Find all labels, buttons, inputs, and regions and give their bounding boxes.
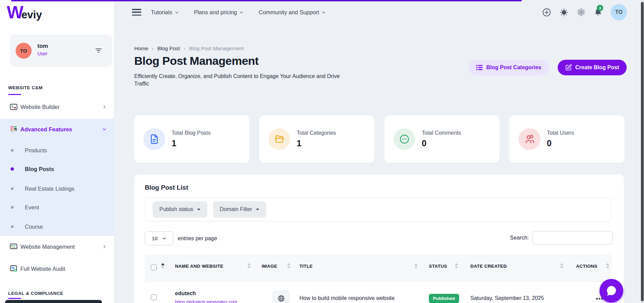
chat-widget-button[interactable] bbox=[599, 279, 623, 303]
weviy-logo[interactable]: W eviy bbox=[7, 2, 42, 22]
bullet-icon bbox=[11, 206, 14, 209]
sort-icons-select[interactable] bbox=[161, 263, 164, 269]
filter-bar: Publish status Domain Filter bbox=[145, 197, 612, 222]
breadcrumb-blog-post[interactable]: Blog Post bbox=[157, 45, 180, 52]
sidebar-subitem-course[interactable]: Course bbox=[0, 221, 115, 233]
nav-tutorials[interactable]: Tutorials bbox=[151, 9, 179, 16]
create-blog-post-button[interactable]: Create Blog Post bbox=[558, 60, 627, 75]
per-page-select[interactable]: 10 bbox=[145, 231, 173, 245]
hamburger-menu-icon[interactable] bbox=[132, 9, 141, 16]
sort-icons[interactable] bbox=[560, 263, 563, 269]
column-image[interactable]: IMAGE bbox=[262, 264, 277, 269]
notifications-bell-icon[interactable]: 3 bbox=[594, 8, 603, 17]
sidebar-item-website-builder[interactable]: Website Builder bbox=[0, 99, 115, 115]
breadcrumb: Home › Blog Post › Blog Post Management bbox=[134, 45, 244, 52]
stat-label: Total Categories bbox=[297, 130, 336, 136]
stats-row: Total Blog Posts 1 Total Categories 1 To… bbox=[134, 115, 625, 163]
page-subtitle: Efficiently Create, Organize, and Publis… bbox=[134, 73, 342, 88]
chevron-right-icon bbox=[102, 105, 107, 109]
user-menu-filter-icon[interactable] bbox=[95, 48, 102, 55]
publish-status-dropdown[interactable]: Publish status bbox=[153, 201, 207, 218]
chevron-down-icon bbox=[175, 10, 179, 15]
chat-bubble-icon bbox=[605, 284, 618, 297]
notification-count-badge: 3 bbox=[597, 5, 603, 11]
folder-icon bbox=[268, 128, 290, 150]
stat-card-total-categories: Total Categories 1 bbox=[259, 115, 375, 163]
theme-brightness-icon[interactable] bbox=[559, 8, 569, 17]
settings-gear-icon[interactable] bbox=[577, 8, 586, 17]
sidebar-item-label: Website Management bbox=[20, 244, 75, 250]
nav-plans-and-pricing[interactable]: Plans and pricing bbox=[194, 9, 244, 16]
panel-title: Blog Post List bbox=[145, 184, 188, 191]
column-title[interactable]: TITLE bbox=[299, 264, 313, 269]
breadcrumb-current: Blog Post Management bbox=[189, 45, 244, 52]
status-badge: Published bbox=[429, 294, 459, 303]
button-label: Create Blog Post bbox=[575, 64, 619, 71]
sidebar-item-full-website-audit[interactable]: Full Website Audit bbox=[0, 261, 115, 277]
domain-filter-dropdown[interactable]: Domain Filter bbox=[213, 201, 266, 218]
caret-down-icon bbox=[197, 209, 201, 210]
sort-icons[interactable] bbox=[606, 263, 609, 269]
section-underline bbox=[8, 94, 21, 95]
sort-icons[interactable] bbox=[247, 263, 251, 269]
section-website-cm: WEBSITE C&M bbox=[8, 85, 43, 90]
table-row: edutech https://edutech.weviysites.com H… bbox=[145, 282, 612, 303]
search-input[interactable] bbox=[532, 231, 613, 245]
column-actions[interactable]: ACTIONS bbox=[576, 264, 597, 269]
bullet-icon bbox=[11, 225, 14, 228]
row-site-name: edutech bbox=[175, 290, 196, 297]
sort-icons[interactable] bbox=[414, 263, 418, 269]
chevron-down-icon bbox=[162, 236, 167, 241]
sidebar-item-label: Advanced Features bbox=[20, 126, 72, 133]
stat-value: 1 bbox=[297, 138, 301, 148]
bullet-icon bbox=[11, 149, 14, 152]
sidebar-subitem-real-estate-listings[interactable]: Real Estate Listings bbox=[0, 183, 115, 195]
account-avatar[interactable]: TO bbox=[611, 4, 627, 20]
row-image-thumbnail bbox=[272, 290, 290, 303]
column-date-created[interactable]: DATE CREATED bbox=[470, 264, 507, 269]
nav-community-and-support[interactable]: Community and Support bbox=[259, 9, 326, 16]
list-icon bbox=[476, 64, 483, 71]
website-management-icon bbox=[10, 243, 18, 251]
bullet-icon bbox=[11, 187, 14, 190]
subitem-label: Course bbox=[25, 224, 43, 230]
sidebar-item-label: Website Builder bbox=[20, 104, 59, 110]
blog-post-categories-button[interactable]: Blog Post Categories bbox=[469, 60, 549, 75]
chevron-down-icon bbox=[321, 10, 326, 15]
stat-label: Total Blog Posts bbox=[172, 130, 211, 136]
sidebar-item-advanced-features[interactable]: Advanced Features bbox=[0, 119, 115, 140]
sidebar-item-website-management[interactable]: Website Management bbox=[0, 239, 115, 254]
row-post-title: How to build mobile responsive website bbox=[299, 295, 395, 301]
website-builder-icon bbox=[10, 103, 18, 111]
nav-label: Plans and pricing bbox=[194, 9, 237, 16]
nav-label: Tutorials bbox=[151, 9, 172, 16]
sidebar-subitem-blog-posts[interactable]: Blog Posts bbox=[0, 163, 115, 175]
row-site-link[interactable]: https://edutech.weviysites.com bbox=[175, 299, 237, 303]
select-all-checkbox[interactable] bbox=[151, 265, 157, 270]
entries-per-page: 10 entries per page bbox=[145, 231, 217, 245]
stat-label: Total Users bbox=[547, 130, 574, 136]
advanced-features-block: Advanced Features Products Blog Posts Re… bbox=[0, 119, 115, 236]
user-name: tom bbox=[37, 43, 48, 50]
add-new-icon[interactable] bbox=[542, 8, 551, 17]
sort-icons[interactable] bbox=[287, 263, 291, 269]
section-underline bbox=[8, 298, 21, 299]
users-icon bbox=[519, 128, 540, 150]
table-header: NAME AND WEBSITE IMAGE TITLE STATUS DATE… bbox=[145, 254, 612, 282]
per-page-value: 10 bbox=[152, 235, 157, 242]
scrollbar-thumb[interactable] bbox=[641, 2, 644, 301]
sort-icons[interactable] bbox=[455, 263, 458, 269]
stat-card-total-comments: Total Comments 0 bbox=[384, 115, 500, 163]
blog-post-list-panel: Blog Post List Publish status Domain Fil… bbox=[134, 174, 624, 303]
sidebar-subitem-event[interactable]: Event bbox=[0, 201, 115, 213]
main-content: Tutorials Plans and pricing Community an… bbox=[115, 0, 641, 303]
column-name-and-website[interactable]: NAME AND WEBSITE bbox=[175, 264, 223, 269]
subitem-label: Products bbox=[25, 147, 47, 154]
document-icon bbox=[143, 128, 165, 150]
row-checkbox[interactable] bbox=[151, 295, 157, 300]
chevron-right-icon bbox=[102, 244, 107, 249]
table-search: Search: bbox=[510, 231, 613, 245]
column-status[interactable]: STATUS bbox=[429, 264, 447, 269]
breadcrumb-home[interactable]: Home bbox=[134, 45, 148, 52]
sidebar-subitem-products[interactable]: Products bbox=[0, 144, 115, 156]
